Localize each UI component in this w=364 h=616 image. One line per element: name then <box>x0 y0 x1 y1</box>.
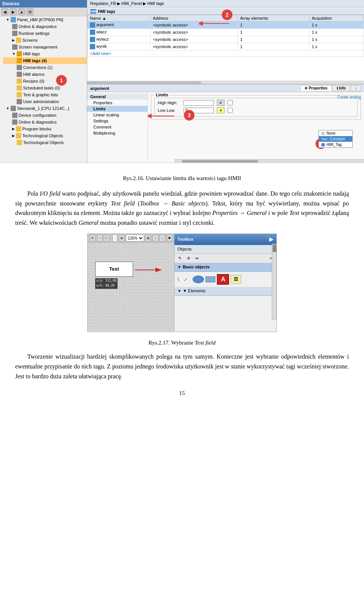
tab-properties[interactable]: ⚙ Properties <box>300 85 331 91</box>
tree-program-blocks[interactable]: ▶ Program blocks <box>3 125 87 132</box>
hmi-tags-4-icon <box>17 58 22 63</box>
tree-screen-mgmt[interactable]: Screen management <box>3 44 87 50</box>
add-new-row[interactable]: <Add new> <box>88 50 364 57</box>
image-tool-icon[interactable]: 🖼 <box>231 275 241 284</box>
tab-info[interactable]: ℹ Info <box>333 85 350 91</box>
close-btn-canvas[interactable]: ✕ <box>90 235 96 241</box>
basic-objects-arrow: ▼ <box>177 264 181 270</box>
online-diag2-icon <box>12 119 17 125</box>
minimize-btn-canvas[interactable]: − <box>97 235 103 241</box>
properties-italic: Properties <box>212 210 238 216</box>
basic-objects-header[interactable]: ▼ Basic objects <box>174 263 276 272</box>
props-nav-limits[interactable]: Limits <box>87 106 147 112</box>
tag-name-wynik: wynik <box>88 43 151 50</box>
tag-acq-wynik: 1 s <box>309 43 364 50</box>
pan-tool[interactable]: ⇔ <box>193 255 200 262</box>
props-header: argument ⚙ Properties ℹ Info ↓ <box>87 85 364 92</box>
zoom-display: : <box>113 235 118 241</box>
zoom-in-btn[interactable]: ↑ <box>152 235 158 241</box>
sterownik-icon <box>11 106 16 111</box>
toolbox-italic: Toolbox <box>140 200 159 207</box>
table-scrollbar[interactable] <box>87 81 364 84</box>
tree-device-config[interactable]: Device configuration <box>3 112 87 119</box>
limits-legend: Limits <box>154 92 169 97</box>
tree-sterownik[interactable]: ▼ Sterownik_1 [CPU 1214C...] <box>0 105 87 112</box>
tree-hmi-alarms[interactable]: HMI alarms <box>3 71 87 78</box>
high-high-checkbox[interactable] <box>228 100 233 105</box>
tree-connections[interactable]: Connections (1) <box>3 64 87 71</box>
tree-tech-objects[interactable]: ▶ Technological Objects <box>3 132 87 139</box>
maximize-btn-canvas[interactable]: □ <box>104 235 110 241</box>
badge-1: 1 <box>56 75 67 86</box>
main-content: Regulator_FB ▶ HMI_Panel ▶ HMI tags HMI … <box>87 0 364 163</box>
tree-user-admin[interactable]: User administration <box>3 98 87 105</box>
text-lists-icon <box>17 92 22 97</box>
table-row[interactable]: wylacz <symbolic access> 1 1 s <box>88 36 364 43</box>
basic-objects-label: Basic objects <box>183 264 210 271</box>
main-hscrollbar[interactable] <box>174 159 364 163</box>
tree-hmi-tags[interactable]: ▼ HMI tags <box>3 50 87 57</box>
tree-screens[interactable]: ▶ Screens <box>3 37 87 44</box>
cursor-tool[interactable]: ↖ <box>177 255 184 262</box>
tree-text-lists[interactable]: Text & graphic lists <box>3 91 87 98</box>
dropdown-none[interactable]: None <box>319 130 352 136</box>
hmi-alarms-icon <box>17 72 22 77</box>
dropdown-constant[interactable]: Text Constant <box>319 136 352 142</box>
props-nav-comment[interactable]: Comment <box>87 124 147 130</box>
line-tool-icon[interactable]: \ <box>177 274 179 284</box>
add-new-cell[interactable]: <Add new> <box>88 50 364 57</box>
high-high-input[interactable] <box>184 100 214 106</box>
props-nav-multiplex[interactable]: Multiplexing <box>87 130 147 136</box>
tag-acq-wlacz: 1 s <box>309 29 364 36</box>
props-general-section: General <box>87 94 147 100</box>
zoom-select[interactable]: 125% 100% 75% <box>126 235 144 241</box>
zoom-fit-btn[interactable]: ⊞ <box>146 235 151 241</box>
align-btn[interactable]: ↓ <box>160 235 165 241</box>
props-nav-linear[interactable]: Linear scaling <box>87 112 147 118</box>
props-nav-properties[interactable]: Properties <box>87 100 147 106</box>
zoom-out-btn[interactable]: ⊕ <box>119 235 124 241</box>
basic-objects-italic: Basic objects <box>172 200 206 207</box>
low-low-icon-btn[interactable]: ⚙ <box>217 107 224 113</box>
panel-icon <box>11 17 16 22</box>
tree-tech-objects2[interactable]: Technological Objects <box>3 139 87 146</box>
tree-runtime[interactable]: Runtime settings <box>3 30 87 37</box>
props-nav-settings[interactable]: Settings <box>87 118 147 124</box>
text-element[interactable]: Text <box>95 262 133 277</box>
tree-scheduled[interactable]: Scheduled tasks (0) <box>3 85 87 91</box>
zigzag-tool-icon[interactable]: ⟋ <box>180 274 191 285</box>
rect-tool-icon[interactable] <box>206 276 215 282</box>
tree-online-diag2[interactable]: Online & diagnostics <box>3 119 87 125</box>
tag-array-argument: 1 <box>238 22 309 29</box>
dropdown-hmitag[interactable]: HMI_Tag <box>319 142 352 147</box>
text-field-caption-italic: Text field <box>195 340 216 346</box>
table-row[interactable]: wlacz <symbolic access> 1 1 s <box>88 29 364 36</box>
breadcrumb: Regulator_FB ▶ HMI_Panel ▶ HMI tags <box>87 0 364 8</box>
text-field-tool-icon[interactable]: A <box>217 274 229 285</box>
elements-header[interactable]: ▼ ▼ Elements <box>174 287 276 296</box>
ellipse-tool-icon[interactable] <box>193 276 204 283</box>
low-low-checkbox[interactable] <box>228 108 233 113</box>
program-blocks-icon <box>16 126 21 132</box>
table-row[interactable]: wynik <symbolic access> 1 1 s <box>88 43 364 50</box>
dropdown-popup: None Text Constant HMI_Tag <box>318 130 353 148</box>
tree-panel-hmi[interactable]: ▼ Panel_HMI [KTP600 PN] <box>0 16 87 23</box>
tree-online-diag[interactable]: Online & diagnostics <box>3 23 87 30</box>
select-tool[interactable]: ✛ <box>185 255 192 262</box>
tab-more[interactable]: ↓ <box>351 85 361 91</box>
tree-hmi-tags-4[interactable]: HMI tags (4) <box>3 57 87 64</box>
runtime-icon <box>12 31 17 36</box>
red-arrow-right <box>135 267 165 273</box>
tree-recipes[interactable]: Recipes (0) <box>3 78 87 85</box>
up-btn[interactable]: ▲ <box>18 8 25 15</box>
hmi-tags-icon <box>17 51 22 56</box>
back-btn[interactable]: ◀ <box>2 8 8 15</box>
grid-btn[interactable]: ✱ <box>167 235 173 241</box>
limits-section: Limits High High: ⊘ Low Low: <box>151 95 361 119</box>
toolbox-expand-icon[interactable]: ▶ <box>269 235 273 243</box>
forward-btn[interactable]: ▶ <box>10 8 17 15</box>
hmi-icon: HMI <box>90 9 96 14</box>
settings-btn[interactable]: ⚙ <box>27 8 33 15</box>
toolbox-scrollbar[interactable] <box>272 244 276 320</box>
high-high-icon-btn[interactable]: ⊘ <box>217 100 224 106</box>
